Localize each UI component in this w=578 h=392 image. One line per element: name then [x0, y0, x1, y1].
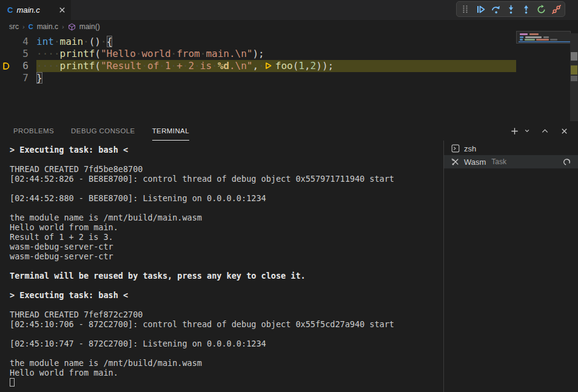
terminal-line: wasm-debug-server-ctr — [10, 251, 443, 261]
terminal-line: [02:44:52:826 - BE8E8700]: control threa… — [10, 174, 443, 184]
tab-main-c[interactable]: C main.c — [0, 0, 72, 20]
code-token: ···· — [36, 60, 60, 71]
code-token: 2 — [189, 60, 195, 71]
code-token: 2 — [311, 60, 317, 71]
tab-title: main.c — [16, 5, 39, 15]
minimap-code-mark — [525, 36, 542, 38]
terminal-line: > Executing task: bash < — [10, 290, 443, 300]
minimap-highlight-line — [519, 41, 571, 42]
code-token: ( — [95, 60, 101, 71]
scrollbar-mark — [571, 52, 577, 61]
maximize-panel-icon[interactable] — [539, 125, 550, 136]
vscode-window: C main.c — [0, 0, 578, 392]
code-token: )); — [316, 60, 334, 71]
new-terminal-icon[interactable] — [509, 125, 520, 136]
code-token: main — [60, 36, 84, 47]
code-editor[interactable]: 4567 int·main·()·{····printf("Hello·worl… — [0, 33, 578, 121]
terminal-line — [10, 154, 443, 164]
scrollbar[interactable] — [570, 33, 578, 121]
debug-toolbar — [456, 1, 565, 17]
terminal-line: wasm-debug-server-ctr — [10, 242, 443, 251]
loading-spinner-icon — [563, 158, 571, 166]
code-token: is — [200, 60, 212, 71]
terminal-line — [10, 377, 443, 388]
code-token: · — [159, 60, 165, 71]
terminal-list-item-zsh[interactable]: zsh — [444, 142, 578, 155]
code-token: · — [136, 48, 142, 59]
terminal-list-item-wasm[interactable]: Wasm Task — [444, 155, 578, 168]
line-number[interactable]: 6 — [0, 60, 36, 72]
terminal-line — [10, 203, 443, 213]
code-token: · — [212, 60, 218, 71]
close-icon[interactable] — [58, 6, 66, 14]
chevron-down-icon[interactable] — [523, 125, 531, 136]
terminal-line: Result of 1 + 2 is 3. — [10, 232, 443, 242]
code-token: { — [107, 36, 113, 47]
code-token: () — [89, 36, 101, 47]
terminal-line: the module name is /mnt/build/main.wasm — [10, 358, 443, 368]
minimap-code-mark — [525, 39, 535, 41]
step-over-icon[interactable] — [490, 4, 501, 15]
terminal-line: [02:45:10:706 - 872C2700]: control threa… — [10, 319, 443, 329]
disconnect-icon[interactable] — [551, 4, 562, 15]
terminal-line: [02:45:10:747 - 872C2700]: Listening on … — [10, 339, 443, 348]
terminal-output[interactable]: > Executing task: bash < THREAD CREATED … — [0, 141, 443, 392]
terminal-line: [02:44:52:880 - BE8E8700]: Listening on … — [10, 193, 443, 203]
terminal-line: the module name is /mnt/build/main.wasm — [10, 213, 443, 222]
step-into-icon[interactable] — [505, 4, 516, 15]
code-token: · — [101, 36, 107, 47]
code-token: foo — [275, 60, 293, 71]
tab-bar: C main.c — [0, 0, 578, 20]
minimap-code-mark — [520, 33, 528, 35]
code-line[interactable]: } — [36, 72, 516, 84]
code-line[interactable]: int·main·()·{ — [36, 36, 516, 48]
code-token: · — [171, 60, 177, 71]
line-number[interactable]: 4 — [0, 36, 36, 48]
breadcrumb-src[interactable]: src — [9, 22, 19, 31]
code-line[interactable]: ····printf("Hello·world·from·main.\n"); — [36, 48, 516, 60]
code-token: · — [200, 48, 206, 59]
terminal-line — [10, 281, 443, 290]
code-token: , — [304, 60, 311, 71]
breadcrumb-symbol[interactable]: main() — [79, 22, 100, 31]
code-token: main.\n" — [206, 48, 252, 59]
terminal-line: THREAD CREATED 7fef872c2700 — [10, 310, 443, 319]
code-token: %d — [218, 60, 229, 71]
symbol-method-icon — [68, 23, 76, 31]
code-token: 1 — [165, 60, 171, 71]
terminal-line — [10, 261, 443, 271]
terminal-line: Hello world from main. — [10, 368, 443, 377]
minimap-code-mark — [543, 36, 549, 38]
tab-problems[interactable]: PROBLEMS — [13, 121, 54, 141]
step-out-icon[interactable] — [520, 4, 531, 15]
breadcrumb-file[interactable]: main.c — [37, 22, 58, 31]
code-token: · — [194, 60, 200, 71]
close-panel-icon[interactable] — [559, 125, 570, 136]
code-token: , — [253, 60, 259, 71]
code-token: "Result — [101, 60, 141, 71]
line-number[interactable]: 5 — [0, 48, 36, 60]
line-number[interactable]: 7 — [0, 72, 36, 84]
gutter: 4567 — [0, 33, 36, 121]
terminal-icon — [451, 144, 460, 153]
tab-terminal[interactable]: TERMINAL — [152, 121, 189, 141]
minimap-code-mark — [550, 39, 557, 41]
restart-icon[interactable] — [536, 4, 546, 15]
drag-handle-icon[interactable] — [460, 4, 471, 15]
step-in-target-icon — [264, 61, 275, 73]
terminal-label: Wasm — [464, 158, 486, 167]
minimap-code-mark — [529, 33, 539, 35]
panel-body: > Executing task: bash < THREAD CREATED … — [0, 141, 578, 392]
terminal-line: Terminal will be reused by tasks, press … — [10, 271, 443, 281]
terminal-cursor — [10, 378, 15, 387]
code-token: ( — [293, 60, 299, 71]
tab-debug-console[interactable]: DEBUG CONSOLE — [71, 121, 135, 141]
terminal-line — [10, 184, 443, 193]
code-token: ···· — [36, 48, 60, 59]
continue-icon[interactable] — [475, 4, 486, 15]
terminal-line — [10, 329, 443, 339]
code-token: .\n" — [229, 60, 253, 71]
code-token: from — [176, 48, 200, 59]
code-token: world — [141, 48, 170, 59]
code-line[interactable]: ····printf("Result·of·1·+·2·is·%d.\n",·f… — [36, 60, 516, 72]
